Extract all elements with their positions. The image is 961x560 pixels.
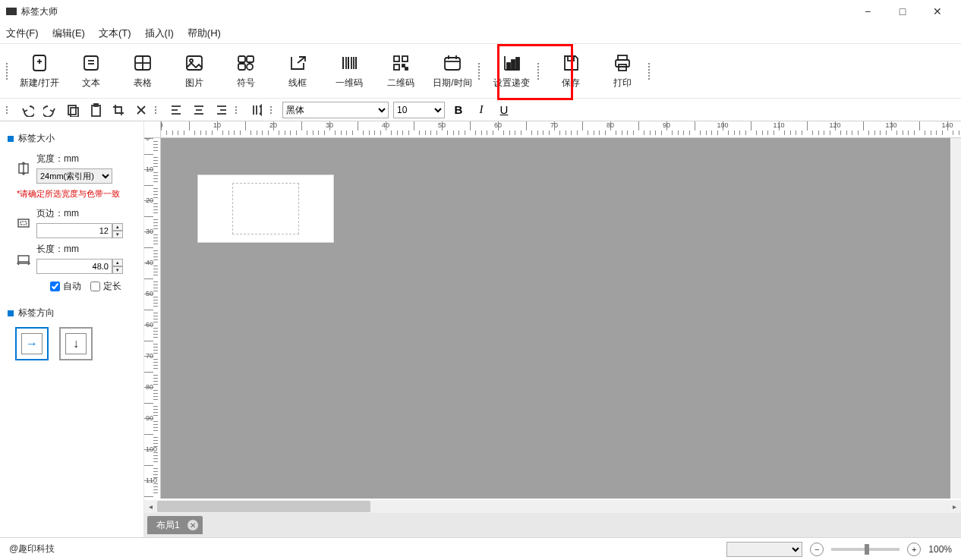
barcode1d-button[interactable]: 一维码	[323, 49, 375, 94]
vertical-ruler: 0102030405060708090100110	[144, 138, 161, 499]
menu-insert[interactable]: 插入(I)	[145, 27, 174, 40]
svg-rect-25	[405, 68, 408, 70]
canvas-area[interactable]	[161, 138, 950, 499]
tab-close-button[interactable]: ✕	[187, 520, 198, 530]
tab-layout1[interactable]: 布局1 ✕	[147, 516, 203, 534]
vertical-scrollbar[interactable]	[950, 138, 961, 499]
text-button[interactable]: 文本	[65, 49, 117, 94]
auto-checkbox[interactable]: 自动	[50, 280, 81, 293]
app-title: 标签大师	[21, 5, 58, 18]
undo-button[interactable]	[18, 101, 36, 119]
symbol-button[interactable]: 符号	[220, 49, 272, 94]
barcode1d-icon	[339, 52, 360, 74]
crop-button[interactable]	[109, 101, 128, 119]
svg-rect-36	[618, 55, 627, 60]
bold-button[interactable]: B	[449, 101, 468, 119]
main-toolbar: 新建/打开 文本 表格 图片 符号 线框 一维码 二维码 日期/时间 设置递变 …	[0, 44, 961, 99]
label-paper[interactable]	[197, 175, 334, 243]
scroll-thumb[interactable]	[157, 501, 370, 512]
layout-tabs: 布局1 ✕	[144, 513, 961, 537]
menu-text[interactable]: 文本(T)	[99, 27, 131, 40]
margin-spinner[interactable]: ▴▾	[112, 223, 123, 238]
horizontal-scrollbar[interactable]: ◂ ▸	[144, 500, 961, 513]
print-label: 打印	[613, 77, 632, 90]
save-label: 保存	[562, 77, 580, 90]
italic-button[interactable]: I	[472, 101, 490, 119]
text-label: 文本	[82, 77, 100, 90]
app-icon	[6, 8, 17, 15]
table-button[interactable]: 表格	[117, 49, 169, 94]
length-icon	[17, 252, 30, 266]
length-spinner[interactable]: ▴▾	[112, 259, 123, 274]
orient-vertical-button[interactable]: ↓	[59, 327, 93, 360]
image-label: 图片	[185, 77, 203, 90]
horizontal-ruler: 0102030405060708090100110120130140	[161, 121, 961, 138]
width-label: 宽度：mm	[36, 153, 112, 165]
barcode2d-button[interactable]: 二维码	[375, 49, 427, 94]
new-open-button[interactable]: 新建/打开	[14, 49, 65, 94]
close-button[interactable]: ✕	[920, 0, 955, 23]
font-select[interactable]: 黑体	[282, 102, 389, 118]
datetime-button[interactable]: 日期/时间	[427, 49, 478, 94]
frame-label: 线框	[288, 77, 307, 90]
statusbar: @趣印科技 − + 100%	[0, 537, 961, 560]
orient-horizontal-button[interactable]: →	[15, 327, 49, 360]
label-editable-area[interactable]	[232, 183, 299, 234]
toolbar2-grip	[6, 103, 8, 117]
svg-rect-33	[512, 60, 515, 70]
increment-button[interactable]: 设置递变	[486, 49, 537, 94]
width-select[interactable]: 24mm(索引用)	[36, 168, 112, 184]
text-icon	[80, 52, 102, 74]
zoom-label: 100%	[928, 544, 952, 555]
zoom-out-button[interactable]: −	[810, 543, 824, 556]
menu-file[interactable]: 文件(F)	[6, 27, 39, 40]
svg-rect-3	[84, 56, 98, 70]
save-button[interactable]: 保存	[545, 49, 597, 94]
status-select[interactable]	[726, 542, 802, 557]
align-center-button[interactable]	[190, 101, 208, 119]
menu-help[interactable]: 帮助(H)	[187, 27, 221, 40]
svg-rect-35	[568, 56, 574, 61]
menu-edit[interactable]: 编辑(E)	[52, 27, 85, 40]
minimize-button[interactable]: −	[850, 0, 885, 23]
toolbar-grip-2	[478, 56, 480, 87]
align-right-button[interactable]	[213, 101, 231, 119]
svg-rect-21	[394, 56, 399, 61]
size-select[interactable]: 10	[393, 102, 445, 118]
svg-rect-40	[71, 108, 78, 117]
menubar: 文件(F) 编辑(E) 文本(T) 插入(I) 帮助(H)	[0, 23, 961, 44]
scroll-right-button[interactable]: ▸	[948, 500, 961, 513]
svg-rect-34	[516, 58, 519, 70]
symbol-label: 符号	[237, 77, 255, 90]
length-input[interactable]	[36, 259, 112, 274]
company-label: @趣印科技	[9, 543, 55, 555]
svg-rect-60	[18, 256, 29, 262]
copy-button[interactable]	[64, 101, 82, 119]
print-button[interactable]: 打印	[597, 49, 648, 94]
vertical-text-button[interactable]	[247, 101, 266, 119]
underline-button[interactable]: U	[495, 101, 513, 119]
copy-icon	[66, 103, 80, 117]
toolbar-grip	[6, 56, 8, 87]
margin-input[interactable]	[36, 223, 112, 238]
align-left-button[interactable]	[167, 101, 185, 119]
redo-button[interactable]	[41, 101, 59, 119]
delete-button[interactable]	[132, 101, 150, 119]
delete-icon	[134, 103, 148, 117]
zoom-in-button[interactable]: +	[907, 543, 921, 556]
maximize-button[interactable]: □	[885, 0, 920, 23]
fixed-checkbox[interactable]: 定长	[90, 280, 121, 293]
orient-section-header: 标签方向	[8, 307, 136, 319]
margin-icon	[17, 216, 30, 230]
image-button[interactable]: 图片	[169, 49, 220, 94]
margin-label: 页边：mm	[36, 207, 123, 220]
paste-button[interactable]	[87, 101, 105, 119]
frame-button[interactable]: 线框	[272, 49, 323, 94]
svg-point-10	[190, 59, 193, 62]
chart-icon	[501, 52, 522, 74]
svg-rect-26	[445, 58, 460, 70]
svg-rect-42	[94, 104, 98, 106]
symbol-icon	[235, 52, 257, 74]
zoom-slider[interactable]	[831, 548, 900, 551]
scroll-left-button[interactable]: ◂	[144, 500, 157, 513]
